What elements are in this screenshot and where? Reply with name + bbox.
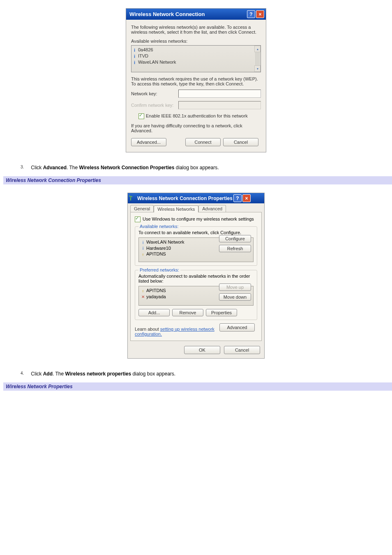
confirm-key-row: Confirm network key:	[131, 101, 261, 109]
network-key-row: Network key:	[131, 90, 261, 98]
step-4: 4. Click Add. The Wireless network prope…	[21, 371, 388, 377]
antenna-icon: ♀	[141, 252, 145, 257]
network-key-label: Network key:	[131, 91, 178, 96]
remove-button[interactable]: Remove	[172, 309, 203, 316]
dialog2-title: Wireless Network Connection Properties	[137, 196, 233, 201]
advanced-button[interactable]: Advanced	[219, 323, 255, 332]
dialog-body: The following wireless network(s) are av…	[126, 20, 266, 152]
connection-properties-dialog: Wireless Network Connection Properties ?…	[127, 193, 265, 359]
group-legend: Available networks:	[138, 224, 180, 229]
list-item[interactable]: iWaveLAN Network	[134, 59, 254, 65]
use-windows-checkbox[interactable]: Use Windows to configure my wireless net…	[135, 216, 257, 222]
available-networks-group: Available networks: To connect to an ava…	[135, 226, 257, 266]
ieee-checkbox-row[interactable]: Enable IEEE 802.1x authentication for th…	[131, 113, 261, 119]
tab-panel: Use Windows to configure my wireless net…	[130, 212, 262, 341]
cancel-button[interactable]: Cancel	[223, 138, 258, 146]
group-legend: Preferred networks:	[138, 267, 180, 272]
difficulty-text: If you are having difficulty connecting …	[131, 123, 261, 133]
tab-wireless-networks[interactable]: Wireless Networks	[154, 205, 198, 212]
confirm-key-input	[178, 101, 261, 109]
antenna-x-icon: ✕	[141, 295, 145, 299]
available-label: Available wireless networks:	[131, 39, 261, 44]
list-item[interactable]: iITVD	[134, 53, 254, 59]
ieee-label: Enable IEEE 802.1x authentication for th…	[146, 113, 248, 118]
refresh-button[interactable]: Refresh	[219, 245, 251, 252]
step-number: 3.	[21, 165, 30, 169]
checkbox-icon[interactable]	[135, 216, 141, 222]
advanced-button[interactable]: Advanced...	[131, 138, 166, 146]
signal-icon: i	[134, 48, 136, 53]
scroll-up-icon[interactable]: ▴	[254, 46, 261, 52]
properties-button[interactable]: Properties	[206, 309, 237, 316]
available-desc: To connect to an available network, clic…	[138, 230, 254, 235]
ok-button[interactable]: OK	[184, 346, 220, 354]
wireless-connection-dialog: Wireless Network Connection ? × The foll…	[126, 8, 266, 152]
antenna-icon: ♀	[141, 289, 145, 293]
help-icon[interactable]: ?	[233, 194, 242, 202]
signal-icon: i	[134, 60, 136, 65]
tab-strip: General Wireless Networks Advanced	[128, 203, 264, 212]
signal-icon: i	[141, 240, 145, 245]
configure-button[interactable]: Configure	[219, 235, 251, 242]
app-icon	[130, 196, 135, 201]
move-down-button[interactable]: Move down	[219, 293, 251, 301]
section-heading: Wireless Network Connection Properties	[3, 176, 392, 184]
learn-text: Learn about setting up wireless network …	[135, 327, 217, 336]
move-up-button[interactable]: Move up	[219, 283, 251, 291]
signal-icon: i	[134, 54, 136, 59]
list-item[interactable]: i0a4826	[134, 47, 254, 53]
section-heading: Wireless Network Properties	[3, 382, 392, 391]
tab-advanced[interactable]: Advanced	[198, 205, 226, 212]
signal-icon: i	[141, 246, 145, 251]
checkbox-icon[interactable]	[138, 113, 144, 119]
available-networks-list[interactable]: i0a4826 iITVD iWaveLAN Network ▴ ▾	[131, 45, 261, 72]
help-icon[interactable]: ?	[247, 10, 255, 18]
step-3: 3. Click Advanced. The Wireless Network …	[21, 165, 388, 170]
connect-button[interactable]: Connect	[185, 138, 221, 146]
preferred-desc: Automatically connect to available netwo…	[138, 274, 254, 283]
wep-text: This wireless network requires the use o…	[131, 76, 261, 86]
preferred-networks-group: Preferred networks: Automatically connec…	[135, 270, 257, 320]
scroll-down-icon[interactable]: ▾	[254, 65, 261, 72]
dialog-titlebar: Wireless Network Connection ? ×	[126, 9, 266, 20]
intro-text: The following wireless network(s) are av…	[131, 25, 261, 35]
scroll-thumb[interactable]	[255, 52, 260, 65]
step-number: 4.	[21, 371, 30, 375]
tab-general[interactable]: General	[130, 205, 154, 212]
scrollbar[interactable]: ▴ ▾	[254, 46, 261, 72]
add-button[interactable]: Add...	[138, 309, 170, 316]
close-icon[interactable]: ×	[242, 194, 251, 202]
cancel-button[interactable]: Cancel	[224, 346, 260, 354]
dialog2-titlebar: Wireless Network Connection Properties ?…	[128, 193, 264, 203]
confirm-key-label: Confirm network key:	[131, 103, 178, 108]
close-icon[interactable]: ×	[256, 10, 264, 18]
network-key-input[interactable]	[178, 90, 261, 98]
dialog-title: Wireless Network Connection	[129, 11, 205, 17]
